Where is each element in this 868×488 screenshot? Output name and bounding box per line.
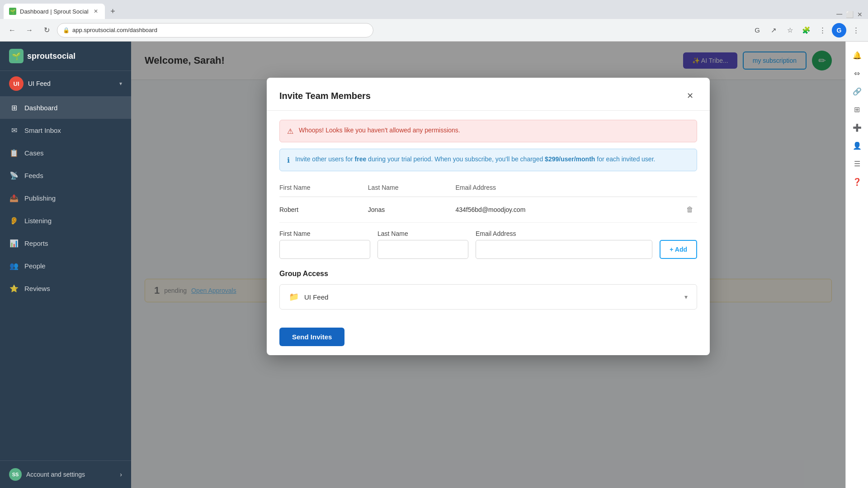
first-name-input[interactable] xyxy=(279,240,370,259)
sidebar-item-label: Dashboard xyxy=(24,104,122,112)
warning-icon: ⚠ xyxy=(287,127,293,136)
grid-button[interactable]: ⊞ xyxy=(849,101,865,117)
last-name-label: Last Name xyxy=(377,230,468,237)
group-feed-name: UI Feed xyxy=(304,293,328,301)
group-item-left: 📁 UI Feed xyxy=(289,292,328,302)
email-input[interactable] xyxy=(476,240,652,259)
main-content: Welcome, Sarah! ✨ AI Tribe... my subscri… xyxy=(131,42,845,488)
row-last-name: Jonas xyxy=(368,197,456,223)
info-alert: ℹ Invite other users for free during you… xyxy=(279,149,697,171)
google-sign-in-button[interactable]: G xyxy=(750,23,764,37)
email-label: Email Address xyxy=(476,230,652,237)
sidebar-item-label: Reports xyxy=(24,239,122,247)
sidebar-item-reviews[interactable]: ⭐ Reviews xyxy=(0,277,131,300)
row-email: 434f56bd@moodjoy.com xyxy=(456,197,656,223)
url-text: app.sproutsocial.com/dashboard xyxy=(72,27,157,33)
tab-close-button[interactable]: ✕ xyxy=(92,8,99,15)
group-access-item[interactable]: 📁 UI Feed ▾ xyxy=(279,284,697,310)
modal-close-button[interactable]: ✕ xyxy=(683,89,697,103)
sidebar-item-reports[interactable]: 📊 Reports xyxy=(0,232,131,254)
sidebar-nav: ⊞ Dashboard ✉ Smart Inbox 📋 Cases 📡 Feed… xyxy=(0,96,131,300)
modal-overlay[interactable]: Invite Team Members ✕ ⚠ Whoops! Looks li… xyxy=(131,42,845,488)
col-last-name: Last Name xyxy=(368,180,456,197)
sidebar-item-label: Reviews xyxy=(24,285,122,292)
back-button[interactable]: ← xyxy=(5,23,19,37)
profile-dropdown-icon[interactable]: ▾ xyxy=(119,80,122,87)
warning-text: Whoops! Looks like you haven't allowed a… xyxy=(299,127,460,134)
sidebar-item-dashboard[interactable]: ⊞ Dashboard xyxy=(0,96,131,119)
delete-invite-button[interactable]: 🗑 xyxy=(683,202,697,217)
sidebar: 🌱 sproutsocial UI UI Feed ▾ ⊞ Dashboard … xyxy=(0,42,131,488)
notifications-button[interactable]: 🔔 xyxy=(849,47,865,63)
sidebar-item-feeds[interactable]: 📡 Feeds xyxy=(0,164,131,187)
add-invite-button[interactable]: + Add xyxy=(660,240,697,259)
col-first-name: First Name xyxy=(279,180,368,197)
add-invite-form: First Name Last Name Email Address + Add xyxy=(279,230,697,259)
modal-header: Invite Team Members ✕ xyxy=(267,78,710,111)
new-tab-button[interactable]: + xyxy=(107,5,119,18)
share-button[interactable]: ↗ xyxy=(767,23,780,37)
address-bar[interactable]: 🔒 app.sproutsocial.com/dashboard xyxy=(57,23,373,38)
window-close[interactable]: ✕ xyxy=(857,11,863,18)
sidebar-item-label: Smart Inbox xyxy=(24,127,122,134)
browser-chrome: 🌱 Dashboard | Sprout Social ✕ + ─ ⬜ ✕ ← … xyxy=(0,0,868,42)
last-name-group: Last Name xyxy=(377,230,468,259)
profile-section[interactable]: UI UI Feed ▾ xyxy=(0,71,131,96)
warning-alert: ⚠ Whoops! Looks like you haven't allowed… xyxy=(279,120,697,142)
sidebar-item-label: Feeds xyxy=(24,172,122,179)
modal-title: Invite Team Members xyxy=(279,91,371,101)
avatar: UI xyxy=(9,76,24,91)
last-name-input[interactable] xyxy=(377,240,468,259)
refresh-button[interactable]: ↻ xyxy=(40,23,53,37)
forward-button[interactable]: → xyxy=(23,23,36,37)
window-maximize[interactable]: ⬜ xyxy=(846,11,854,18)
sidebar-item-smart-inbox[interactable]: ✉ Smart Inbox xyxy=(0,119,131,141)
publishing-icon: 📤 xyxy=(9,193,19,203)
info-icon: ℹ xyxy=(287,156,290,164)
sidebar-item-label: Listening xyxy=(24,217,122,225)
group-access-title: Group Access xyxy=(279,270,697,278)
menu-button[interactable]: ⋮ xyxy=(849,23,863,37)
window-minimize[interactable]: ─ xyxy=(836,9,842,19)
reports-icon: 📊 xyxy=(9,238,19,248)
bookmark-button[interactable]: ☆ xyxy=(783,23,797,37)
modal-footer: Send Invites xyxy=(267,319,710,355)
link-button[interactable]: 🔗 xyxy=(849,83,865,99)
dashboard-icon: ⊞ xyxy=(9,103,19,113)
sprout-logo-text: sproutsocial xyxy=(27,52,75,61)
browser-toolbar: ← → ↻ 🔒 app.sproutsocial.com/dashboard G… xyxy=(0,19,868,42)
first-name-label: First Name xyxy=(279,230,370,237)
row-first-name: Robert xyxy=(279,197,368,223)
more-button[interactable]: ⋮ xyxy=(816,23,829,37)
chevron-down-icon: ▾ xyxy=(684,293,688,300)
account-settings[interactable]: SS Account and settings › xyxy=(9,468,122,481)
folder-icon: 📁 xyxy=(289,292,299,302)
user-button[interactable]: 👤 xyxy=(849,137,865,154)
modal-body: ⚠ Whoops! Looks like you haven't allowed… xyxy=(267,111,710,319)
connect-button[interactable]: ⇔ xyxy=(849,65,865,81)
help-button[interactable]: ❓ xyxy=(849,174,865,190)
sidebar-item-cases[interactable]: 📋 Cases xyxy=(0,141,131,164)
send-invites-button[interactable]: Send Invites xyxy=(279,328,344,346)
browser-profile-button[interactable]: G xyxy=(832,23,846,38)
add-button[interactable]: ➕ xyxy=(849,119,865,136)
active-tab[interactable]: 🌱 Dashboard | Sprout Social ✕ xyxy=(4,4,105,19)
extensions-button[interactable]: 🧩 xyxy=(799,23,813,37)
browser-tabs: 🌱 Dashboard | Sprout Social ✕ + ─ ⬜ ✕ xyxy=(0,0,868,19)
sidebar-header: 🌱 sproutsocial xyxy=(0,42,131,71)
feeds-icon: 📡 xyxy=(9,170,19,180)
invite-team-modal: Invite Team Members ✕ ⚠ Whoops! Looks li… xyxy=(267,78,710,355)
cases-icon: 📋 xyxy=(9,148,19,158)
account-avatar: SS xyxy=(9,468,22,481)
reviews-icon: ⭐ xyxy=(9,283,19,293)
info-text: Invite other users for free during your … xyxy=(295,155,655,163)
sidebar-item-people[interactable]: 👥 People xyxy=(0,254,131,277)
sidebar-item-label: Cases xyxy=(24,149,122,157)
sidebar-item-listening[interactable]: 👂 Listening xyxy=(0,209,131,232)
sidebar-item-publishing[interactable]: 📤 Publishing xyxy=(0,187,131,209)
browser-actions: G ↗ ☆ 🧩 ⋮ G ⋮ xyxy=(750,23,863,38)
tab-favicon: 🌱 xyxy=(9,8,16,15)
smart-inbox-icon: ✉ xyxy=(9,125,19,135)
list-button[interactable]: ☰ xyxy=(849,155,865,172)
sprout-logo: 🌱 sproutsocial xyxy=(9,49,75,63)
